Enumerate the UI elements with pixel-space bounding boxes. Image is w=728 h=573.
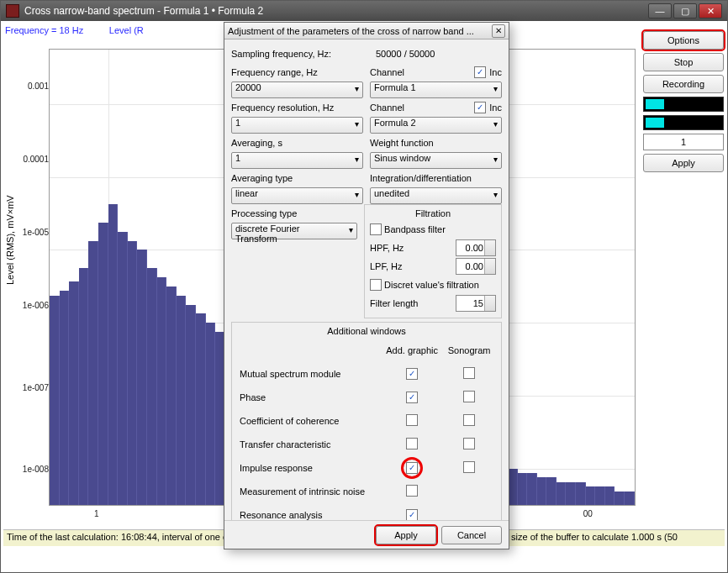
y-tick: 0.0001 [23, 154, 49, 163]
maximize-button[interactable]: ▢ [673, 3, 697, 18]
aw-row-label: Mutual spectrum module [239, 363, 380, 385]
additional-windows-group: Additional windows Add. graphic Sonogram… [231, 322, 502, 520]
bandpass-checkbox[interactable] [370, 223, 382, 235]
y-ticks: 0.0010.00011e-0051e-0061e-0071e-008 [12, 49, 49, 506]
discret-label: Discret value's filtration [384, 280, 479, 290]
aw-title: Additional windows [237, 326, 496, 336]
aw-sonogram-checkbox[interactable] [463, 461, 475, 473]
dialog-close-button[interactable]: ✕ [492, 24, 505, 38]
proc-type-select[interactable]: discrete Fourier Transform [231, 223, 357, 239]
channel-label-2: Channel [370, 103, 471, 113]
aw-graphic-checkbox[interactable] [406, 485, 418, 497]
y-tick: 1e-005 [23, 227, 49, 236]
y-tick: 0.001 [28, 81, 49, 90]
freq-range-label: Frequency range, Hz [231, 67, 363, 77]
aw-graphic-checkbox[interactable] [406, 509, 418, 520]
side-apply-button[interactable]: Apply [643, 154, 724, 172]
aw-row-label: Impulse response [239, 457, 380, 479]
aw-graphic-checkbox[interactable] [406, 392, 418, 403]
aw-row-label: Coefficient of coherence [239, 410, 380, 432]
main-window: Cross narrow-band spectrum - Formula 1 •… [0, 0, 728, 573]
aw-sonogram-checkbox[interactable] [463, 391, 475, 402]
y-tick: 1e-007 [23, 382, 49, 392]
channel2-select[interactable]: Formula 2 [370, 117, 502, 134]
sampling-freq-value: 50000 / 50000 [376, 49, 502, 59]
aw-row: Transfer characteristic [239, 434, 494, 455]
aw-graphic-checkbox[interactable] [406, 368, 418, 380]
freq-res-label: Frequency resolution, Hz [231, 103, 363, 113]
freq-readout: Frequency = 18 Hz [5, 25, 83, 35]
aw-graphic-checkbox[interactable] [406, 414, 418, 426]
filter-len-label: Filter length [370, 298, 456, 308]
stop-button[interactable]: Stop [643, 53, 724, 71]
titlebar: Cross narrow-band spectrum - Formula 1 •… [1, 1, 727, 21]
channel-indicator-1[interactable] [643, 97, 724, 112]
aw-col-sonogram: Sonogram [444, 339, 494, 361]
close-button[interactable]: ✕ [699, 3, 722, 18]
intdiff-label: Integration/differentiation [370, 173, 502, 183]
aw-row: Phase [239, 386, 494, 408]
channel1-select[interactable]: Formula 1 [370, 81, 502, 98]
aw-row: Measurement of intrinsic noise [239, 481, 494, 502]
aw-row: Mutual spectrum module [239, 363, 494, 385]
lpf-input[interactable]: 0.00 [456, 258, 496, 275]
sampling-freq-label: Sampling frequency, Hz: [231, 49, 376, 59]
app-icon [6, 4, 19, 18]
aw-sonogram-checkbox[interactable] [463, 438, 475, 449]
dialog-apply-button[interactable]: Apply [376, 526, 436, 544]
inc-label-2: Inc [489, 103, 502, 113]
aw-row-label: Measurement of intrinsic noise [239, 481, 380, 502]
filtration-title: Filtration [370, 208, 496, 218]
avg-s-select[interactable]: 1 [231, 152, 363, 169]
aw-col-graphic: Add. graphic [382, 339, 442, 361]
aw-row: Impulse response [239, 457, 494, 479]
minimize-button[interactable]: — [648, 3, 672, 18]
dialog-body: Sampling frequency, Hz: 50000 / 50000 Fr… [224, 39, 509, 520]
discret-checkbox[interactable] [370, 279, 382, 291]
freq-range-select[interactable]: 20000 [231, 81, 363, 98]
aw-row: Coefficient of coherence [239, 410, 494, 432]
side-panel: Options Stop Recording Apply [643, 31, 724, 172]
avg-type-select[interactable]: linear [231, 187, 363, 204]
weight-select[interactable]: Sinus window [370, 152, 502, 169]
aw-sonogram-checkbox[interactable] [463, 414, 475, 426]
hpf-label: HPF, Hz [370, 243, 456, 253]
recording-button[interactable]: Recording [643, 75, 724, 93]
aw-row-label: Transfer characteristic [239, 434, 380, 455]
lpf-label: LPF, Hz [370, 261, 456, 271]
x-tick: 1 [94, 509, 99, 518]
aw-row-label: Resonance analysis [239, 504, 380, 520]
filter-len-input[interactable]: 15 [456, 295, 496, 312]
avg-s-label: Averaging, s [231, 138, 363, 148]
parameters-dialog: Adjustment of the parameters of the cros… [224, 22, 509, 549]
avg-type-label: Averaging type [231, 173, 363, 183]
dialog-titlebar: Adjustment of the parameters of the cros… [224, 23, 509, 39]
dialog-footer: Apply Cancel [224, 520, 509, 549]
inc-label: Inc [489, 67, 502, 77]
freq-res-select[interactable]: 1 [231, 117, 363, 134]
aw-row: Resonance analysis [239, 504, 494, 520]
hpf-input[interactable]: 0.00 [456, 239, 496, 256]
side-value-input[interactable] [643, 134, 724, 150]
y-tick: 1e-006 [23, 300, 49, 309]
proc-type-label: Processing type [231, 208, 357, 218]
channel-indicator-2[interactable] [643, 115, 724, 130]
options-button[interactable]: Options [643, 31, 724, 50]
y-tick: 1e-008 [23, 465, 49, 474]
additional-windows-table: Add. graphic Sonogram Mutual spectrum mo… [237, 338, 496, 520]
intdiff-select[interactable]: unedited [370, 187, 502, 204]
dialog-cancel-button[interactable]: Cancel [441, 526, 502, 544]
weight-label: Weight function [370, 138, 502, 148]
level-readout: Level (R [109, 25, 144, 35]
channel-label: Channel [370, 67, 471, 77]
aw-sonogram-checkbox[interactable] [463, 367, 475, 379]
aw-graphic-checkbox[interactable] [406, 438, 418, 449]
x-tick: 00 [583, 509, 593, 518]
aw-graphic-checkbox[interactable] [406, 462, 418, 474]
bandpass-label: Bandpass filter [384, 224, 446, 234]
dialog-title: Adjustment of the parameters of the cros… [228, 26, 492, 36]
channel1-inc-checkbox[interactable] [474, 66, 486, 78]
channel2-inc-checkbox[interactable] [474, 102, 486, 113]
window-title: Cross narrow-band spectrum - Formula 1 •… [24, 5, 648, 17]
aw-row-label: Phase [239, 386, 380, 408]
